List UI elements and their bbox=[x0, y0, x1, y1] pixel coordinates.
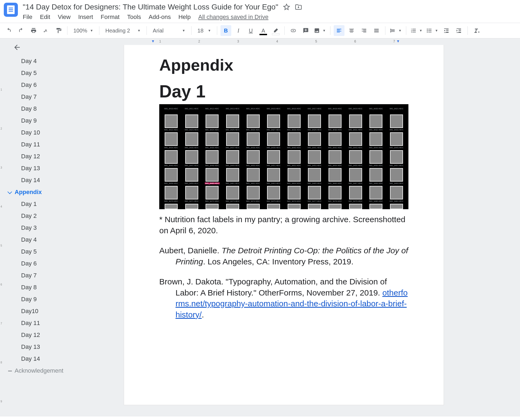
document-outline: Day 4Day 5Day 6Day 7Day 8Day 9Day 10Day … bbox=[5, 38, 113, 416]
outline-item[interactable]: Day 9 bbox=[5, 115, 113, 127]
save-status[interactable]: All changes saved in Drive bbox=[198, 14, 268, 21]
outline-item[interactable]: Day 5 bbox=[5, 67, 113, 79]
insert-link-button[interactable] bbox=[288, 25, 299, 36]
align-right-button[interactable] bbox=[359, 25, 369, 36]
horizontal-ruler[interactable]: ▼ ▼ 1234567 bbox=[113, 38, 520, 45]
paragraph-style-select[interactable]: Heading 2▼ bbox=[103, 25, 143, 36]
menu-insert[interactable]: Insert bbox=[78, 14, 93, 21]
outline-heading-acknowledgement[interactable]: Acknowledgement bbox=[5, 365, 113, 377]
move-icon[interactable] bbox=[295, 4, 302, 11]
align-center-button[interactable] bbox=[346, 25, 357, 36]
outline-item[interactable]: Day 6 bbox=[5, 79, 113, 91]
spellcheck-button[interactable] bbox=[41, 25, 51, 36]
outline-item[interactable]: Day 9 bbox=[5, 293, 113, 305]
menu-view[interactable]: View bbox=[58, 14, 70, 21]
line-spacing-button[interactable]: ▼ bbox=[389, 25, 403, 36]
menu-tools[interactable]: Tools bbox=[127, 14, 141, 21]
outline-item[interactable]: Day10 bbox=[5, 305, 113, 317]
outline-item[interactable]: Day 2 bbox=[5, 210, 113, 222]
outline-heading-appendix[interactable]: Appendix bbox=[5, 186, 113, 198]
menu-format[interactable]: Format bbox=[101, 14, 120, 21]
increase-indent-button[interactable] bbox=[453, 25, 464, 36]
numbered-list-button[interactable]: ▼ bbox=[410, 25, 424, 36]
outline-item[interactable]: Day 7 bbox=[5, 270, 113, 281]
menu-help[interactable]: Help bbox=[178, 14, 191, 21]
right-indent-marker[interactable]: ▼ bbox=[396, 39, 400, 43]
outline-item[interactable]: Day 14 bbox=[5, 174, 113, 186]
outline-item[interactable]: Day 6 bbox=[5, 258, 113, 270]
outline-item[interactable]: Day 13 bbox=[5, 341, 113, 353]
font-size-select[interactable]: 18▼ bbox=[195, 25, 214, 36]
outline-item[interactable]: Day 14 bbox=[5, 353, 113, 365]
outline-item[interactable]: Day 8 bbox=[5, 103, 113, 115]
insert-image-button[interactable]: ▼ bbox=[313, 25, 327, 36]
add-comment-button[interactable] bbox=[300, 25, 311, 36]
outline-collapse-button[interactable] bbox=[13, 43, 113, 52]
outline-item[interactable]: Day 5 bbox=[5, 246, 113, 258]
redo-button[interactable] bbox=[16, 25, 27, 36]
outline-item[interactable]: Day 11 bbox=[5, 317, 113, 329]
text-color-button[interactable]: A bbox=[258, 25, 269, 36]
outline-item[interactable]: Day 7 bbox=[5, 91, 113, 103]
outline-item[interactable]: Day 8 bbox=[5, 281, 113, 293]
first-line-indent-marker[interactable]: ▼ bbox=[151, 39, 155, 43]
zoom-select[interactable]: 100%▼ bbox=[71, 25, 96, 36]
heading-day1: Day 1 bbox=[159, 81, 408, 101]
text-cursor bbox=[408, 199, 408, 209]
svg-point-0 bbox=[427, 29, 428, 30]
outline-item[interactable]: Day 1 bbox=[5, 198, 113, 210]
outline-item[interactable]: Day 4 bbox=[5, 55, 113, 67]
outline-item[interactable]: Day 12 bbox=[5, 150, 113, 162]
toolbar: 100%▼ Heading 2▼ Arial▼ 18▼ B I U A ▼ ▼ … bbox=[0, 23, 520, 38]
underline-button[interactable]: U bbox=[245, 25, 256, 36]
undo-button[interactable] bbox=[3, 25, 14, 36]
app-bar: "14 Day Detox for Designers: The Ultimat… bbox=[0, 0, 520, 21]
outline-item[interactable]: Day 4 bbox=[5, 234, 113, 246]
outline-item[interactable]: Day 3 bbox=[5, 222, 113, 234]
paint-format-button[interactable] bbox=[53, 25, 64, 36]
svg-point-2 bbox=[427, 32, 428, 33]
print-button[interactable] bbox=[28, 25, 39, 36]
svg-point-1 bbox=[427, 30, 428, 31]
clear-formatting-button[interactable] bbox=[471, 25, 482, 36]
menu-bar: File Edit View Insert Format Tools Add-o… bbox=[23, 14, 516, 21]
document-page[interactable]: Appendix Day 1 IMG_8410.HEICIMG_8411.HEI… bbox=[124, 45, 444, 405]
heading-appendix: Appendix bbox=[159, 56, 408, 74]
bibliography-entry: Aubert, Danielle. The Detroit Printing C… bbox=[159, 245, 408, 267]
menu-addons[interactable]: Add-ons bbox=[149, 14, 171, 21]
bold-button[interactable]: B bbox=[220, 25, 231, 36]
outline-item[interactable]: Day 13 bbox=[5, 162, 113, 174]
highlight-color-button[interactable] bbox=[270, 25, 281, 36]
image-caption: * Nutrition fact labels in my pantry; a … bbox=[159, 214, 408, 236]
docs-logo-icon[interactable] bbox=[4, 3, 18, 17]
outline-item[interactable]: Day 12 bbox=[5, 329, 113, 341]
menu-file[interactable]: File bbox=[23, 14, 32, 21]
outline-item[interactable]: Day 10 bbox=[5, 127, 113, 139]
decrease-indent-button[interactable] bbox=[441, 25, 452, 36]
embedded-image[interactable]: IMG_8410.HEICIMG_8411.HEICIMG_8412.HEICI… bbox=[159, 104, 408, 209]
font-select[interactable]: Arial▼ bbox=[150, 25, 188, 36]
editor-surface[interactable]: ▼ ▼ 1234567 Appendix Day 1 IMG_8410.HEIC… bbox=[113, 38, 520, 416]
vertical-ruler: 123456789 bbox=[0, 38, 5, 416]
align-left-button[interactable] bbox=[334, 25, 344, 36]
outline-item[interactable]: Day 11 bbox=[5, 139, 113, 150]
document-title[interactable]: "14 Day Detox for Designers: The Ultimat… bbox=[23, 3, 278, 11]
star-icon[interactable] bbox=[283, 4, 290, 11]
align-justify-button[interactable] bbox=[371, 25, 382, 36]
menu-edit[interactable]: Edit bbox=[40, 14, 50, 21]
bulleted-list-button[interactable]: ▼ bbox=[425, 25, 439, 36]
italic-button[interactable]: I bbox=[233, 25, 244, 36]
bibliography-entry: Brown, J. Dakota. "Typography, Automatio… bbox=[159, 276, 408, 320]
